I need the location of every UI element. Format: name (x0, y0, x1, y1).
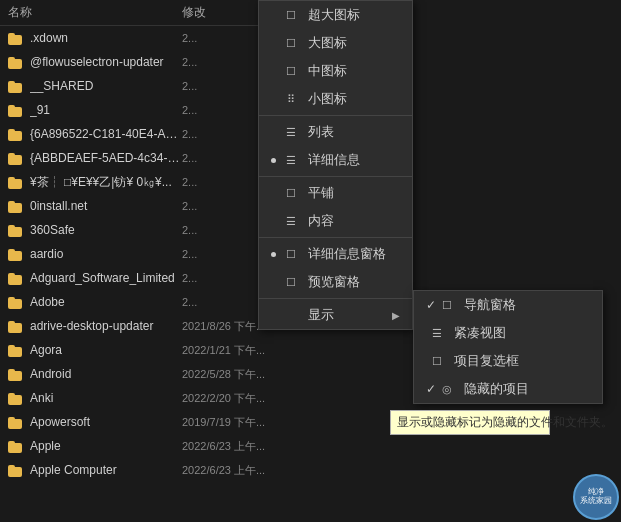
file-item[interactable]: Apple Computer2022/6/23 上午... (0, 458, 260, 482)
folder-icon (8, 294, 24, 310)
menu-item-content[interactable]: ☰内容 (259, 207, 412, 235)
submenu-item-compact-view[interactable]: ☰紧凑视图 (414, 319, 602, 347)
file-name: {6A896522-C181-40E4-A1C... (30, 127, 182, 141)
file-item[interactable]: .xdown2... (0, 26, 260, 50)
submenu-label-nav-pane: 导航窗格 (464, 296, 590, 314)
menu-item-list[interactable]: ☰列表 (259, 118, 412, 146)
col-name-header: 名称 (8, 4, 182, 21)
submenu-items-container: ✓☐导航窗格 ☰紧凑视图 ☐项目复选框✓◎隐藏的项目 (414, 291, 602, 403)
menu-label-list: 列表 (308, 123, 400, 141)
menu-label-small-icon: 小图标 (308, 90, 400, 108)
file-item[interactable]: adrive-desktop-updater2021/8/26 下午... (0, 314, 260, 338)
menu-item-details-pane[interactable]: ☐详细信息窗格 (259, 240, 412, 268)
file-name: adrive-desktop-updater (30, 319, 182, 333)
file-item[interactable]: ¥茶┆ □¥E¥¥乙|钫¥ 0㎏¥...2... (0, 170, 260, 194)
submenu-arrow-icon: ▶ (392, 310, 400, 321)
submenu-icon-item-checkbox: ☐ (428, 352, 446, 370)
folder-icon (8, 366, 24, 382)
tooltip: 显示或隐藏标记为隐藏的文件和文件夹。 (390, 410, 550, 435)
menu-items-container: ☐超大图标☐大图标☐中图标⠿小图标☰列表☰详细信息☐平铺☰内容☐详细信息窗格☐预… (259, 1, 412, 329)
submenu: ✓☐导航窗格 ☰紧凑视图 ☐项目复选框✓◎隐藏的项目 (413, 290, 603, 404)
file-date: 2... (182, 248, 252, 260)
col-date-header: 修改 (182, 4, 252, 21)
menu-item-preview-pane[interactable]: ☐预览窗格 (259, 268, 412, 296)
file-item[interactable]: 0install.net2... (0, 194, 260, 218)
menu-label-details-pane: 详细信息窗格 (308, 245, 400, 263)
file-date: 2... (182, 104, 252, 116)
file-name: Anki (30, 391, 182, 405)
menu-item-small-icon[interactable]: ⠿小图标 (259, 85, 412, 113)
menu-label-medium-icon: 中图标 (308, 62, 400, 80)
folder-icon (8, 222, 24, 238)
menu-item-extra-large-icon[interactable]: ☐超大图标 (259, 1, 412, 29)
file-item[interactable]: Adobe2... (0, 290, 260, 314)
menu-icon-extra-large-icon: ☐ (282, 6, 300, 24)
menu-icon-large-icon: ☐ (282, 34, 300, 52)
folder-icon (8, 78, 24, 94)
file-name: Apple (30, 439, 182, 453)
submenu-item-nav-pane[interactable]: ✓☐导航窗格 (414, 291, 602, 319)
menu-item-details[interactable]: ☰详细信息 (259, 146, 412, 174)
file-date: 2019/7/19 下午... (182, 415, 252, 430)
folder-icon (8, 126, 24, 142)
folder-icon (8, 414, 24, 430)
submenu-item-item-checkbox[interactable]: ☐项目复选框 (414, 347, 602, 375)
menu-icon-preview-pane: ☐ (282, 273, 300, 291)
submenu-label-hidden-items: 隐藏的项目 (464, 380, 590, 398)
folder-icon (8, 102, 24, 118)
file-date: 2... (182, 224, 252, 236)
file-item[interactable]: aardio2... (0, 242, 260, 266)
menu-separator (259, 298, 412, 299)
submenu-icon-compact-view: ☰ (428, 324, 446, 342)
file-name: .xdown (30, 31, 182, 45)
file-item[interactable]: {6A896522-C181-40E4-A1C...2... (0, 122, 260, 146)
folder-icon (8, 390, 24, 406)
file-item[interactable]: Anki2022/2/20 下午... (0, 386, 260, 410)
menu-label-extra-large-icon: 超大图标 (308, 6, 400, 24)
menu-separator (259, 115, 412, 116)
file-item[interactable]: {ABBDEAEF-5AED-4c34-A2...2... (0, 146, 260, 170)
file-name: Apple Computer (30, 463, 182, 477)
folder-icon (8, 462, 24, 478)
file-item[interactable]: Apple2022/6/23 上午... (0, 434, 260, 458)
file-item[interactable]: Agora2022/1/21 下午... (0, 338, 260, 362)
file-date: 2022/6/23 上午... (182, 439, 252, 454)
submenu-icon-hidden-items: ◎ (438, 380, 456, 398)
file-name: Apowersoft (30, 415, 182, 429)
menu-item-tiles[interactable]: ☐平铺 (259, 179, 412, 207)
file-date: 2... (182, 128, 252, 140)
file-date: 2... (182, 176, 252, 188)
folder-icon (8, 318, 24, 334)
file-list: 名称 修改 .xdown2...@flowuselectron-updater2… (0, 0, 260, 522)
file-item[interactable]: __SHARED2... (0, 74, 260, 98)
file-item[interactable]: Adguard_Software_Limited2... (0, 266, 260, 290)
watermark: 纯净系统家园 (573, 474, 619, 520)
folder-icon (8, 198, 24, 214)
file-item[interactable]: @flowuselectron-updater2... (0, 50, 260, 74)
menu-icon-content: ☰ (282, 212, 300, 230)
file-date: 2022/1/21 下午... (182, 343, 252, 358)
file-name: @flowuselectron-updater (30, 55, 182, 69)
submenu-label-compact-view: 紧凑视图 (454, 324, 590, 342)
folder-icon (8, 270, 24, 286)
menu-item-medium-icon[interactable]: ☐中图标 (259, 57, 412, 85)
file-item[interactable]: _912... (0, 98, 260, 122)
file-date: 2... (182, 152, 252, 164)
menu-item-large-icon[interactable]: ☐大图标 (259, 29, 412, 57)
folder-icon (8, 54, 24, 70)
menu-label-preview-pane: 预览窗格 (308, 273, 400, 291)
submenu-label-item-checkbox: 项目复选框 (454, 352, 590, 370)
file-name: 0install.net (30, 199, 182, 213)
file-date: 2... (182, 272, 252, 284)
file-item[interactable]: 360Safe2... (0, 218, 260, 242)
file-date: 2... (182, 296, 252, 308)
menu-icon-details: ☰ (282, 151, 300, 169)
menu-item-show[interactable]: 显示▶ (259, 301, 412, 329)
menu-icon-show (282, 306, 300, 324)
file-date: 2... (182, 32, 252, 44)
file-item[interactable]: Android2022/5/28 下午... (0, 362, 260, 386)
menu-label-show: 显示 (308, 306, 392, 324)
file-rows-container: .xdown2...@flowuselectron-updater2...__S… (0, 26, 260, 482)
file-item[interactable]: Apowersoft2019/7/19 下午... (0, 410, 260, 434)
submenu-item-hidden-items[interactable]: ✓◎隐藏的项目 (414, 375, 602, 403)
